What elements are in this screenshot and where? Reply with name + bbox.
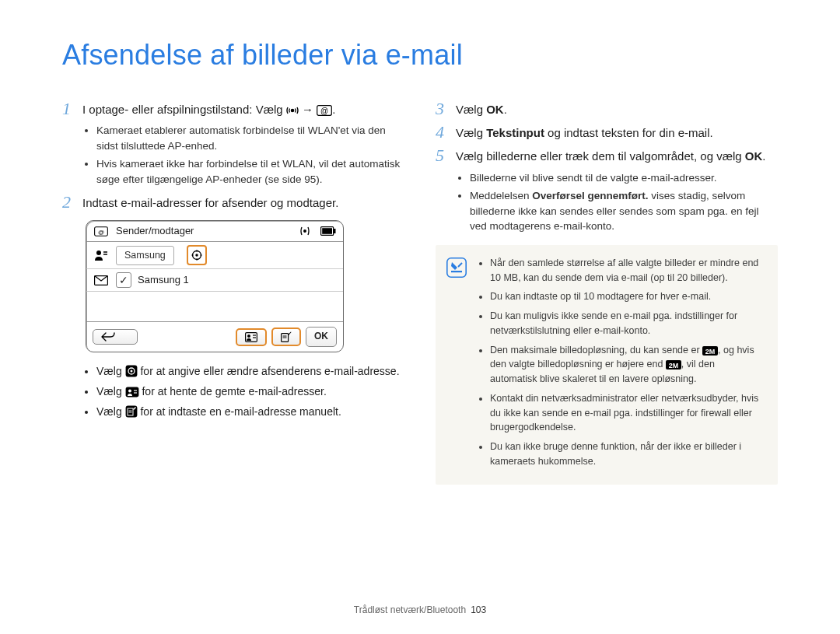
email-at-small-icon: @ [93,226,110,236]
page-footer: Trådløst netværk/Bluetooth103 [0,604,840,615]
camera-header-label: Sender/modtager [116,224,194,239]
resolution-2m-icon: 2M [666,360,681,370]
sender-icon [93,249,110,261]
svg-text:@: @ [320,107,328,115]
step-number-1: 1 [62,100,82,118]
page-title: Afsendelse af billeder via e-mail [62,39,778,72]
contacts-card-boxed-icon [125,387,139,398]
svg-point-18 [247,335,250,338]
step-number-3: 3 [436,100,456,118]
svg-point-26 [130,370,132,372]
svg-point-9 [96,250,101,255]
compose-icon [281,331,292,342]
gear-icon [191,250,202,261]
note-list: Når den samlede størrelse af alle valgte… [476,256,764,474]
note-icon [446,256,467,474]
sender-settings-button[interactable] [187,245,207,265]
step-number-5: 5 [436,146,456,165]
receiver-value: Samsung 1 [138,273,189,288]
email-at-icon: @ [317,105,332,116]
resolution-2m-icon: 2M [702,346,718,356]
step-4-text: Vælg Tekstinput og indtast teksten for d… [456,123,778,142]
step-3-text: Vælg OK. [456,100,778,118]
camera-compose-button[interactable] [271,328,301,346]
camera-contacts-button[interactable] [236,328,267,346]
svg-point-28 [128,390,131,393]
svg-point-5 [304,230,306,233]
step-2-text: Indtast e-mail-adresser for afsender og … [82,193,404,212]
signal-icon [296,226,313,236]
step-5-bullets: Billederne vil blive sendt til de valgte… [436,170,778,234]
note-box: Når den samlede størrelse af alle valgte… [436,245,778,485]
camera-ok-button[interactable]: OK [306,327,337,346]
step-2-icon-bullets: Vælg for at angive eller ændre afsendere… [62,363,404,420]
step-number-2: 2 [62,193,82,212]
receiver-checkbox[interactable]: ✓ [116,272,131,288]
compose-boxed-icon [125,405,138,418]
svg-text:@: @ [98,229,104,236]
camera-screen: @ Sender/modtager Samsung [86,220,344,352]
svg-rect-7 [334,229,336,233]
contacts-card-icon [245,332,257,342]
svg-text:2M: 2M [669,362,679,370]
svg-point-0 [291,109,293,111]
svg-point-11 [195,254,198,257]
step-1-bullets: Kameraet etablerer automatisk forbindels… [62,123,404,187]
gear-boxed-icon [125,365,138,377]
sender-value: Samsung [116,246,174,264]
camera-back-button[interactable] [93,329,138,345]
step-number-4: 4 [436,123,456,142]
svg-rect-36 [451,271,462,272]
back-arrow-icon [101,332,115,342]
wireless-icon [286,105,299,116]
svg-rect-8 [322,228,332,234]
battery-icon [320,226,337,236]
svg-text:2M: 2M [705,347,716,355]
envelope-icon [93,275,110,285]
step-1-text: I optage- eller afspilningstilstand: Væl… [82,100,404,118]
step-5-text: Vælg billederne eller træk dem til valgo… [456,146,778,165]
